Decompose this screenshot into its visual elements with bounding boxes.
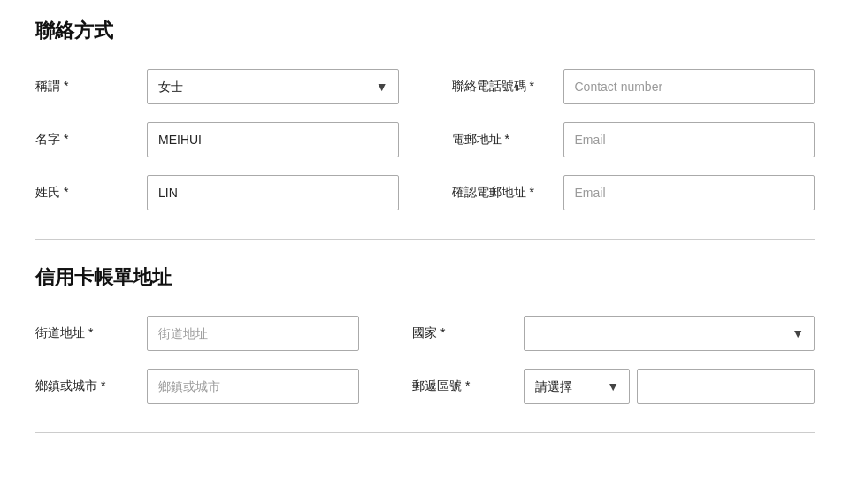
- contact-form-grid: 稱謂 * 女士 先生 其他 ▼ 聯絡電話號碼 * 名字 * 電郵地址 *: [35, 69, 815, 210]
- bottom-divider: [35, 432, 815, 433]
- first-name-label: 名字 *: [35, 132, 133, 148]
- postal-group: 請選擇 ▼: [524, 369, 815, 404]
- billing-section-title: 信用卡帳單地址: [35, 264, 815, 291]
- country-row: 國家 * ▼: [412, 316, 815, 351]
- country-select-wrapper: ▼: [524, 316, 815, 351]
- postal-code-input[interactable]: [637, 369, 815, 404]
- street-input[interactable]: [147, 316, 359, 351]
- first-name-row: 名字 *: [35, 122, 399, 157]
- email-label: 電郵地址 *: [452, 132, 549, 148]
- first-name-input[interactable]: [147, 122, 399, 157]
- section-divider: [35, 239, 815, 240]
- salutation-select-wrapper: 女士 先生 其他 ▼: [147, 69, 399, 104]
- billing-section: 信用卡帳單地址 街道地址 * 國家 * ▼ 鄉鎮或城市 * 郵遞區號 *: [35, 264, 815, 404]
- country-select[interactable]: [524, 316, 815, 351]
- last-name-row: 姓氏 *: [35, 175, 399, 210]
- postal-label: 郵遞區號 *: [412, 378, 509, 394]
- street-label: 街道地址 *: [35, 325, 133, 341]
- postal-row: 郵遞區號 * 請選擇 ▼: [412, 369, 815, 404]
- country-label: 國家 *: [412, 325, 509, 341]
- confirm-email-input[interactable]: [563, 175, 816, 210]
- billing-form-grid: 街道地址 * 國家 * ▼ 鄉鎮或城市 * 郵遞區號 * 請選擇: [35, 316, 815, 404]
- street-row: 街道地址 *: [35, 316, 359, 351]
- confirm-email-row: 確認電郵地址 *: [452, 175, 816, 210]
- city-row: 鄉鎮或城市 *: [35, 369, 359, 404]
- contact-section: 聯絡方式 稱謂 * 女士 先生 其他 ▼ 聯絡電話號碼 * 名字 * 電郵地址: [35, 18, 815, 210]
- city-label: 鄉鎮或城市 *: [35, 378, 133, 394]
- postal-select[interactable]: 請選擇: [524, 369, 630, 404]
- contact-phone-input[interactable]: [563, 69, 816, 104]
- contact-phone-label: 聯絡電話號碼 *: [452, 79, 549, 95]
- contact-section-title: 聯絡方式: [35, 18, 815, 44]
- email-input[interactable]: [563, 122, 816, 157]
- contact-phone-row: 聯絡電話號碼 *: [452, 69, 816, 104]
- salutation-label: 稱謂 *: [35, 79, 133, 95]
- city-input[interactable]: [147, 369, 359, 404]
- postal-select-wrapper: 請選擇 ▼: [524, 369, 630, 404]
- confirm-email-label: 確認電郵地址 *: [452, 185, 549, 201]
- salutation-select[interactable]: 女士 先生 其他: [147, 69, 399, 104]
- salutation-row: 稱謂 * 女士 先生 其他 ▼: [35, 69, 399, 104]
- last-name-input[interactable]: [147, 175, 399, 210]
- last-name-label: 姓氏 *: [35, 185, 133, 201]
- email-row: 電郵地址 *: [452, 122, 816, 157]
